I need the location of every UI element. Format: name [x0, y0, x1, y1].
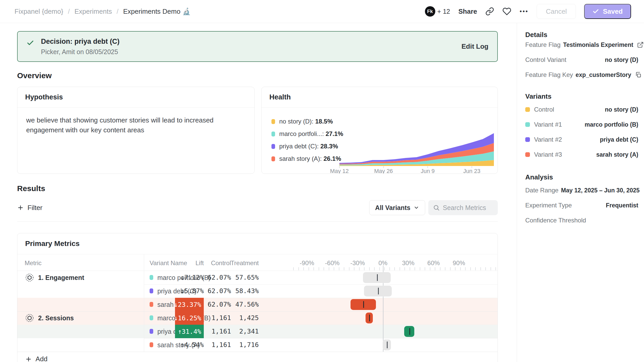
feature-flag-key-row: Feature Flag Key exp_customerStory — [525, 70, 638, 79]
axis-tickmark — [430, 267, 430, 270]
metric-column-divider — [144, 254, 144, 352]
health-card: Health no story (D): 18.5%marco portfoli… — [261, 87, 498, 174]
axis-tickmark — [374, 267, 375, 270]
feature-flag-key-label: Feature Flag Key — [525, 71, 573, 78]
axis-tickmark — [425, 267, 425, 270]
check-icon — [592, 8, 599, 15]
add-metric-label: Add — [36, 355, 47, 362]
axis-tickmark — [394, 267, 395, 270]
variant-color-swatch — [150, 329, 153, 334]
control-color-swatch — [525, 107, 530, 112]
lift-value: ↓7.12% — [180, 271, 204, 284]
control-variant-label: Control Variant — [525, 56, 566, 63]
axis-tickmark — [324, 267, 324, 270]
legend-label: no story (D): 18.5% — [279, 118, 333, 125]
axis-tickmark — [379, 267, 380, 270]
treatment-value: 58.43% — [235, 284, 259, 298]
feature-flag-key-text: exp_customerStory — [576, 71, 631, 78]
variant-row-3: Variant #3 sarah story (A) — [525, 150, 638, 159]
x-axis-label: May 12 — [330, 168, 349, 174]
variant-color-swatch — [150, 315, 153, 320]
copy-icon[interactable] — [635, 71, 642, 78]
legend-color-swatch — [271, 119, 275, 124]
control-value: 62.07% — [208, 298, 231, 311]
experiment-type-label: Experiment Type — [525, 202, 572, 209]
search-metrics-input[interactable] — [443, 204, 495, 212]
x-axis-label: Jun 9 — [421, 168, 435, 174]
health-legend-item: no story (D): 18.5% — [271, 118, 343, 125]
breadcrumb-project[interactable]: Fixpanel {demo} — [15, 8, 63, 16]
top-actions: Fk + 12 Share ••• Cancel Saved — [425, 4, 631, 19]
column-header-metric: Metric — [25, 259, 41, 267]
saved-button[interactable]: Saved — [584, 4, 631, 19]
variant-2-label: Variant #2 — [534, 136, 562, 143]
app-window: Fixpanel {demo} / Experiments / Experime… — [0, 0, 644, 362]
confidence-interval-mean — [363, 301, 364, 308]
variant-3-value: sarah story (A) — [596, 151, 638, 158]
metric-name-cell[interactable]: 1. Engagement — [25, 271, 84, 284]
axis-tickmark — [455, 267, 456, 270]
column-header-control: Control — [211, 259, 231, 267]
treatment-value: 1,716 — [239, 338, 259, 352]
experiment-type-value: Frequentist — [606, 202, 638, 209]
variant-color-swatch — [150, 275, 153, 280]
control-value: 62.07% — [208, 284, 231, 298]
results-heading: Results — [17, 184, 498, 193]
variants-dropdown[interactable]: All Variants — [369, 200, 425, 215]
axis-tickmark — [491, 267, 491, 270]
variant-3-label: Variant #3 — [534, 151, 562, 158]
collaborator-avatars[interactable]: Fk + 12 — [425, 6, 450, 17]
axis-tickmark — [369, 267, 370, 270]
variant-control-value: no story (D) — [605, 106, 638, 113]
add-metric-button[interactable]: Add — [17, 352, 498, 362]
variant-color-swatch — [150, 302, 153, 307]
breadcrumb: Fixpanel {demo} / Experiments / Experime… — [15, 8, 191, 16]
chevron-down-icon — [414, 205, 419, 211]
axis-tickmark — [309, 267, 309, 270]
axis-label--60%: -60% — [325, 259, 340, 267]
share-button[interactable]: Share — [458, 8, 477, 16]
lift-value-cell: ↑31.4% — [175, 325, 204, 338]
feature-flag-value-text: Testimonials Experiment — [563, 41, 633, 48]
divider — [17, 221, 498, 222]
date-range-label: Date Range — [525, 187, 558, 194]
legend-color-swatch — [271, 156, 275, 161]
axis-label--30%: -30% — [350, 259, 365, 267]
axis-tickmark — [334, 267, 334, 270]
axis-tickmark — [313, 267, 314, 270]
saved-button-label: Saved — [603, 8, 623, 16]
add-filter-button[interactable]: Filter — [17, 204, 43, 212]
confidence-interval-mean — [377, 274, 378, 281]
variant-row-control: Control no story (D) — [525, 105, 638, 114]
metric-name-cell[interactable]: 2. Sessions — [25, 311, 74, 325]
variant-1-value: marco portfolio (B) — [585, 121, 638, 128]
treatment-value: 57.65% — [235, 271, 259, 284]
axis-tickmark — [485, 267, 486, 270]
edit-log-button[interactable]: Edit Log — [461, 42, 488, 50]
copy-link-icon[interactable] — [485, 7, 494, 16]
cancel-button[interactable]: Cancel — [537, 4, 576, 19]
avatar[interactable]: Fk — [425, 6, 435, 17]
axis-tickmark — [359, 267, 360, 270]
x-axis-label: Jun 23 — [463, 168, 480, 174]
column-header-treatment: Treatment — [231, 259, 259, 267]
search-metrics-box[interactable] — [428, 200, 498, 215]
hypothesis-card: Hypothesis we believe that showing custo… — [17, 87, 255, 174]
legend-color-swatch — [271, 132, 275, 136]
axis-tickmark — [319, 267, 319, 270]
axis-tickmark — [440, 267, 440, 270]
axis-label-60%: 60% — [427, 259, 440, 267]
more-options-icon[interactable]: ••• — [520, 8, 528, 15]
metric-goal-icon — [25, 314, 34, 322]
treatment-value: 1,425 — [239, 311, 259, 325]
search-icon — [433, 204, 440, 211]
metrics-table: MetricVariant NameLiftControlTreatment-9… — [17, 254, 498, 362]
column-header-lift: Lift — [195, 259, 204, 267]
breadcrumb-experiments[interactable]: Experiments — [74, 8, 112, 16]
metric-goal-icon — [25, 273, 34, 282]
axis-tickmark — [475, 267, 476, 270]
external-link-icon[interactable] — [637, 41, 644, 48]
experiment-type-row: Experiment Type Frequentist — [525, 201, 638, 210]
axis-tickmark — [410, 267, 410, 270]
favorite-heart-icon[interactable] — [502, 7, 511, 16]
